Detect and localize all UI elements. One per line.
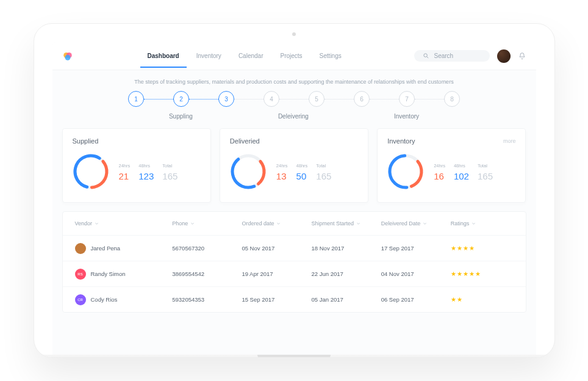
- bell-icon[interactable]: [518, 52, 526, 60]
- donut-chart: [73, 153, 109, 191]
- metric-label: 24hrs: [119, 163, 131, 169]
- table-row[interactable]: RS Randy Simon 3869554542 19 Apr 2017 22…: [63, 261, 526, 286]
- svg-point-10: [230, 153, 267, 190]
- delivered-date: 06 Sep 2017: [381, 296, 451, 303]
- stats-cards: Supplied 24hrs 21 48hrs 123 Total 165: [52, 128, 536, 203]
- svg-point-2: [65, 54, 70, 60]
- metric-24h: 13: [276, 171, 288, 181]
- vendor-phone: 5670567320: [172, 245, 242, 252]
- metric-label: 24hrs: [434, 163, 445, 169]
- table-row[interactable]: Jared Pena 5670567320 05 Nov 2017 18 Nov…: [63, 235, 526, 261]
- card-title: Deliveried: [230, 137, 260, 145]
- metric-48h: 123: [138, 171, 154, 181]
- nav-item-inventory[interactable]: Inventory: [189, 44, 229, 68]
- svg-point-12: [387, 153, 424, 190]
- vendor-name: Randy Simon: [91, 270, 126, 277]
- ordered-date: 19 Apr 2017: [242, 270, 311, 277]
- chevron-down-icon: [471, 222, 476, 226]
- metric-label: 24hrs: [276, 163, 288, 169]
- vendor-table: VendorPhoneOrdered dateShipment StartedD…: [62, 211, 526, 313]
- step-connector: [279, 99, 309, 100]
- metric-total: 165: [478, 171, 493, 181]
- nav-item-dashboard[interactable]: Dashboard: [140, 44, 187, 68]
- card-metrics: 24hrs 13 48hrs 50 Total 165: [276, 163, 332, 181]
- step-connector: [415, 99, 444, 100]
- logo-icon: [62, 51, 73, 62]
- card-metrics: 24hrs 21 48hrs 123 Total 165: [119, 163, 178, 181]
- table-header: VendorPhoneOrdered dateShipment StartedD…: [63, 212, 526, 235]
- step-label: Inventory: [394, 113, 419, 120]
- delivered-date: 04 Nov 2017: [381, 270, 451, 277]
- shipment-started: 18 Nov 2017: [312, 245, 381, 252]
- metric-total: 165: [316, 171, 331, 181]
- vendor-avatar: [75, 243, 86, 254]
- metric-label: Total: [316, 163, 331, 169]
- shipment-started: 22 Jun 2017: [312, 270, 381, 277]
- vendor-cell: Jared Pena: [75, 243, 173, 254]
- nav-item-calendar[interactable]: Calendar: [231, 44, 271, 68]
- stat-card-inventory: Inventory more 24hrs 16 48hrs 102 Total …: [377, 128, 526, 203]
- stat-card-supplied: Supplied 24hrs 21 48hrs 123 Total 165: [62, 128, 211, 203]
- stepper-labels: SupplingDeleiveringInventory: [52, 107, 536, 128]
- column-header[interactable]: Phone: [172, 220, 242, 227]
- vendor-avatar: RS: [75, 269, 86, 280]
- stat-card-deliveried: Deliveried 24hrs 13 48hrs 50 Total 165: [220, 128, 368, 203]
- step-4[interactable]: 4: [264, 91, 279, 107]
- donut-chart: [387, 153, 424, 191]
- step-2[interactable]: 2: [173, 91, 189, 107]
- metric-48h: 50: [296, 171, 308, 181]
- vendor-cell: RS Randy Simon: [75, 269, 173, 280]
- table-row[interactable]: CR Cody Rios 5932054353 15 Sep 2017 05 J…: [63, 286, 526, 312]
- step-8[interactable]: 8: [444, 91, 460, 107]
- rating-stars: ★★★★: [451, 245, 514, 252]
- delivered-date: 17 Sep 2017: [381, 245, 451, 252]
- column-header[interactable]: Ratings: [451, 220, 514, 227]
- column-header[interactable]: Shipment Started: [312, 220, 381, 227]
- column-header[interactable]: Ordered date: [242, 220, 311, 227]
- step-3[interactable]: 3: [218, 91, 234, 107]
- metric-24h: 21: [119, 171, 131, 181]
- step-connector: [144, 99, 173, 100]
- step-connector: [234, 99, 264, 100]
- svg-point-6: [73, 153, 109, 190]
- chevron-down-icon: [356, 222, 360, 226]
- search-input[interactable]: Search: [414, 50, 490, 62]
- step-connector: [324, 99, 354, 100]
- step-connector: [189, 99, 218, 100]
- page-subtitle: The steps of tracking suppliers, materia…: [52, 70, 536, 91]
- metric-48h: 102: [454, 171, 469, 181]
- vendor-phone: 3869554542: [172, 270, 242, 277]
- step-1[interactable]: 1: [128, 91, 144, 107]
- user-avatar[interactable]: [497, 49, 511, 63]
- vendor-name: Cody Rios: [91, 296, 118, 303]
- chevron-down-icon: [95, 222, 99, 226]
- rating-stars: ★★: [451, 296, 514, 303]
- laptop-base: [34, 355, 555, 358]
- card-title: Supplied: [73, 137, 99, 145]
- card-more-link[interactable]: more: [503, 138, 516, 144]
- column-header[interactable]: Vendor: [75, 220, 173, 227]
- header-right: Search: [414, 49, 526, 63]
- nav-item-projects[interactable]: Projects: [273, 44, 309, 68]
- svg-line-4: [426, 57, 428, 58]
- step-connector: [370, 99, 399, 100]
- nav-item-settings[interactable]: Settings: [312, 44, 349, 68]
- step-7[interactable]: 7: [399, 91, 415, 107]
- metric-label: Total: [162, 163, 177, 169]
- metric-label: 48hrs: [138, 163, 154, 169]
- vendor-phone: 5932054353: [172, 296, 242, 303]
- step-label: Suppling: [169, 113, 193, 120]
- svg-point-3: [423, 54, 427, 57]
- card-title: Inventory: [387, 137, 415, 145]
- svg-point-9: [230, 153, 267, 190]
- step-5[interactable]: 5: [309, 91, 324, 107]
- ordered-date: 15 Sep 2017: [242, 296, 311, 303]
- step-6[interactable]: 6: [354, 91, 370, 107]
- app-screen: DashboardInventoryCalendarProjectsSettin…: [52, 42, 536, 357]
- vendor-name: Jared Pena: [91, 245, 121, 252]
- chevron-down-icon: [276, 222, 281, 226]
- laptop-frame: DashboardInventoryCalendarProjectsSettin…: [34, 23, 555, 358]
- search-icon: [423, 53, 429, 59]
- column-header[interactable]: Deleivered Date: [381, 220, 451, 227]
- chevron-down-icon: [423, 222, 427, 226]
